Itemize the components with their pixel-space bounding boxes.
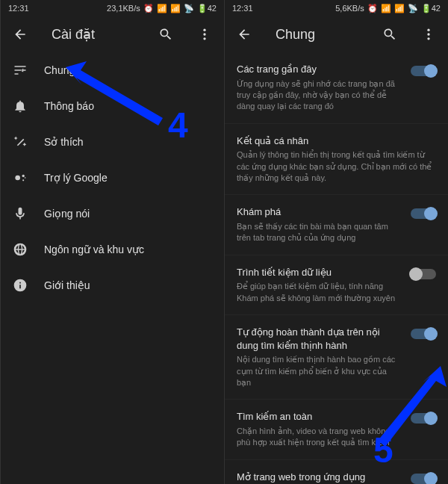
wifi-icon: 📡 [184,4,194,13]
search-button[interactable] [376,21,403,48]
mic-icon [13,206,28,221]
setting-title: Mở trang web trong ứng dụng [237,471,402,484]
status-time: 12:31 [232,4,253,13]
more-vert-icon [421,27,436,42]
signal-icon: 📶 [381,4,391,13]
row-label: Sở thích [44,136,84,148]
alarm-icon: ⏰ [367,4,378,13]
info-icon [13,278,28,293]
row-label: Giọng nói [44,208,90,220]
setting-data-saver[interactable]: Trình tiết kiệm dữ liệu Để giúp bạn tiết… [225,255,448,314]
settings-list: Các trang gần đây Ứng dụng này sẽ ghi nh… [225,52,448,484]
setting-desc: Chặn hình ảnh, video và trang web không … [237,426,402,449]
svg-point-4 [22,175,25,177]
app-bar: Cài đặt [1,16,224,52]
row-gioi-thieu[interactable]: Giới thiệu [1,267,224,303]
svg-point-6 [25,177,26,179]
battery-icon: 🔋42 [197,4,217,13]
status-right: 23,1KB/s ⏰ 📶 📶 📡 🔋42 [107,4,217,13]
svg-point-5 [22,179,24,181]
toggle-switch[interactable] [411,329,436,339]
right-screen: 12:31 5,6KB/s ⏰ 📶 📶 📡 🔋42 Chung Các tran… [224,0,448,484]
row-label: Chung [44,64,75,76]
setting-title: Tìm kiếm an toàn [237,410,402,424]
svg-point-0 [203,29,205,31]
setting-title: Các trang gần đây [237,63,402,76]
row-label: Trợ lý Google [44,172,108,184]
svg-point-9 [427,37,429,40]
row-tro-ly-google[interactable]: Trợ lý Google [1,160,224,196]
setting-personal-results[interactable]: Kết quả cá nhân Quản lý thông tin hiển t… [225,123,448,195]
row-giong-noi[interactable]: Giọng nói [1,196,224,232]
globe-icon [13,242,28,257]
back-button[interactable] [231,21,258,48]
arrow-left-icon [237,27,252,42]
search-icon [158,27,173,42]
search-button[interactable] [152,21,179,48]
setting-autocomplete-trending[interactable]: Tự động hoàn thành dựa trên nội dung tìm… [225,314,448,399]
tune-icon [13,63,28,78]
row-so-thich[interactable]: Sở thích [1,124,224,160]
app-bar: Chung [225,16,448,52]
svg-point-8 [427,33,429,35]
row-label: Giới thiệu [44,279,90,291]
status-time: 12:31 [8,4,29,13]
setting-desc: Để giúp bạn tiết kiệm dữ liệu, tính năng… [237,281,402,304]
setting-title: Trình tiết kiệm dữ liệu [237,266,402,279]
wifi-icon: 📡 [408,4,418,13]
row-label: Thông báo [44,100,94,112]
search-icon [382,27,397,42]
more-button[interactable] [415,21,442,48]
toggle-switch[interactable] [411,474,436,484]
svg-point-3 [15,176,20,181]
battery-icon: 🔋42 [421,4,441,13]
status-speed: 23,1KB/s [107,4,140,13]
toggle-switch[interactable] [411,66,436,76]
left-screen: 12:31 23,1KB/s ⏰ 📶 📶 📡 🔋42 Cài đặt Chung… [0,0,224,484]
more-vert-icon [197,27,212,42]
row-thong-bao[interactable]: Thông báo [1,88,224,124]
signal-icon: 📶 [157,4,167,13]
status-right: 5,6KB/s ⏰ 📶 📶 📡 🔋42 [335,4,441,13]
status-speed: 5,6KB/s [335,4,364,13]
setting-desc: Ứng dụng này sẽ ghi nhớ các trang bạn đã… [237,78,402,113]
svg-point-2 [203,37,205,40]
setting-recent-pages[interactable]: Các trang gần đây Ứng dụng này sẽ ghi nh… [225,52,448,123]
svg-point-7 [427,29,429,31]
setting-desc: Quản lý thông tin hiển thị trong kết quả… [237,149,436,184]
setting-title: Kết quả cá nhân [237,134,436,148]
toggle-switch[interactable] [411,269,436,279]
page-title: Cài đặt [52,26,140,43]
bell-icon [13,99,28,114]
page-title: Chung [276,27,364,43]
toggle-switch[interactable] [411,208,436,219]
wand-icon [13,134,28,149]
signal-icon: 📶 [394,4,405,13]
row-chung[interactable]: Chung [1,52,224,88]
setting-safe-search[interactable]: Tìm kiếm an toàn Chặn hình ảnh, video và… [225,399,448,459]
toggle-switch[interactable] [411,413,436,424]
arrow-left-icon [13,27,28,42]
status-bar: 12:31 23,1KB/s ⏰ 📶 📶 📡 🔋42 [1,0,224,16]
settings-list: Chung Thông báo Sở thích Trợ lý Google G… [1,52,224,484]
setting-title: Khám phá [237,205,402,219]
svg-point-1 [203,33,205,35]
setting-desc: Nội dung tìm kiếm thịnh hành bao gồm các… [237,354,402,388]
row-label: Ngôn ngữ và khu vực [44,243,144,255]
status-bar: 12:31 5,6KB/s ⏰ 📶 📶 📡 🔋42 [225,0,448,16]
back-button[interactable] [7,21,34,48]
alarm-icon: ⏰ [143,4,154,13]
row-ngon-ngu[interactable]: Ngôn ngữ và khu vực [1,232,224,267]
setting-discover[interactable]: Khám phá Bạn sẽ thấy các tin bài mà bạn … [225,194,448,254]
setting-title: Tự động hoàn thành dựa trên nội dung tìm… [237,326,402,352]
setting-desc: Bạn sẽ thấy các tin bài mà bạn quan tâm … [237,221,402,244]
more-button[interactable] [191,21,218,48]
assistant-icon [13,170,28,185]
setting-open-web-in-app[interactable]: Mở trang web trong ứng dụng Xem trang we… [225,459,448,484]
signal-icon: 📶 [170,4,181,13]
